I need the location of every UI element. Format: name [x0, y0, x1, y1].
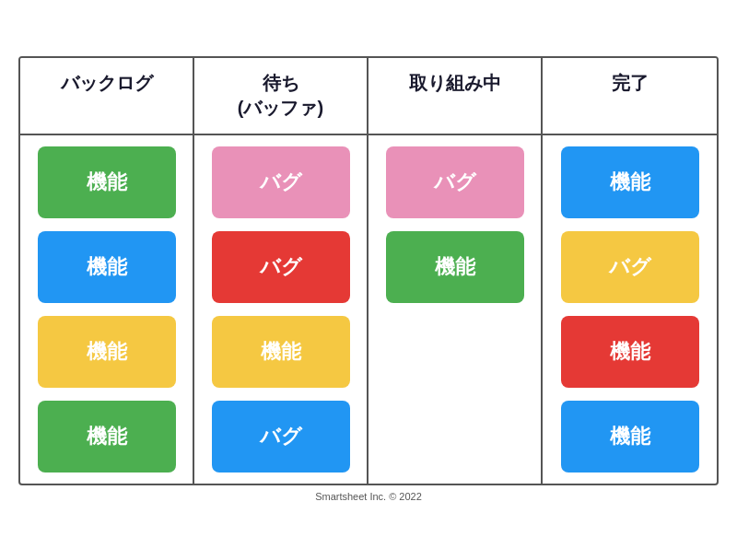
card-done-1: 機能 [561, 146, 699, 218]
body-row: 機能 機能 機能 機能 バグ バグ 機能 バグ バグ 機能 機能 [20, 135, 717, 484]
footer-text: Smartsheet Inc. © 2022 [315, 485, 422, 504]
card-done-3: 機能 [561, 316, 699, 388]
card-buffer-2: バグ [212, 231, 350, 303]
card-buffer-4: バグ [212, 401, 350, 472]
card-backlog-4: 機能 [38, 401, 176, 472]
kanban-board: バックログ 待ち(バッファ) 取り組み中 完了 機能 機能 機能 機能 バグ バ… [18, 56, 719, 485]
header-row: バックログ 待ち(バッファ) 取り組み中 完了 [20, 58, 717, 135]
card-inprogress-4-empty [386, 401, 524, 472]
card-inprogress-3-empty [386, 316, 524, 388]
column-backlog: 機能 機能 機能 機能 [20, 135, 194, 484]
card-buffer-1: バグ [212, 146, 350, 218]
card-done-2: バグ [561, 231, 699, 303]
card-inprogress-1: バグ [386, 146, 524, 218]
header-done: 完了 [543, 58, 717, 134]
column-inprogress: バグ 機能 [368, 135, 543, 484]
card-backlog-3: 機能 [38, 316, 176, 388]
card-buffer-3: 機能 [212, 316, 350, 388]
header-inprogress: 取り組み中 [368, 58, 543, 134]
card-backlog-2: 機能 [38, 231, 176, 303]
header-buffer: 待ち(バッファ) [194, 58, 368, 134]
header-backlog: バックログ [20, 58, 194, 134]
card-done-4: 機能 [561, 401, 699, 472]
card-inprogress-2: 機能 [386, 231, 524, 303]
column-done: 機能 バグ 機能 機能 [543, 135, 717, 484]
card-backlog-1: 機能 [38, 146, 176, 218]
column-buffer: バグ バグ 機能 バグ [194, 135, 368, 484]
